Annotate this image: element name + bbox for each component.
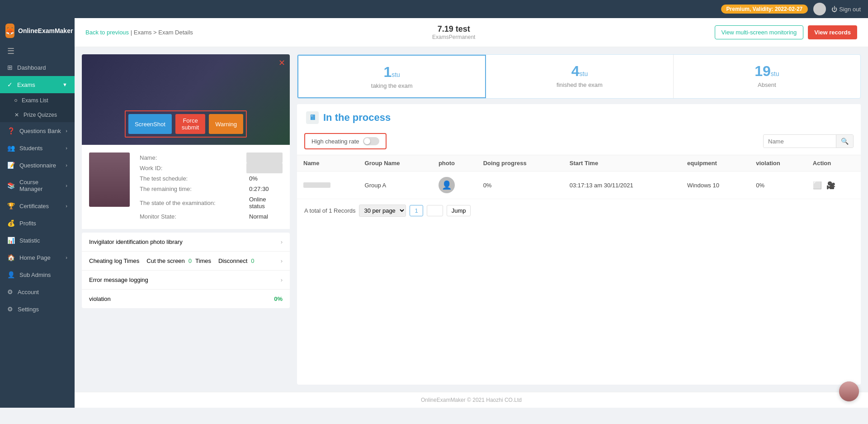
view-records-button[interactable]: View records [808,25,857,39]
page-jump-input[interactable] [427,205,443,216]
sidebar-item-settings[interactable]: ⚙ Settings [0,300,75,318]
sidebar-item-course-manager[interactable]: 📚 Course Manager › [0,174,75,197]
cell-starttime: 03:17:13 am 30/11/2021 [563,172,681,199]
back-to-previous-link[interactable]: Back to previous [85,29,129,36]
state-label: The state of the examination: [137,194,246,211]
multiscreen-button[interactable]: View multi-screen monitoring [715,25,804,39]
invigilator-chevron-icon: › [281,238,283,245]
cheating-log-label: Cheating log Times [89,257,139,264]
per-page-select[interactable]: 30 per page [359,205,406,217]
absent-number: 19 [755,63,771,79]
cheating-log-left: Cheating log Times Cut the screen 0 Time… [89,257,255,264]
violation-label: violation [89,295,111,302]
avatar[interactable] [813,3,826,15]
sidebar-item-statistic[interactable]: 📊 Statistic [0,232,75,249]
sidebar-item-exams-list[interactable]: Exams List [0,93,75,108]
search-box: 🔍 [763,134,854,148]
signout-icon: ⏻ [831,6,837,13]
disconnect-label: Disconnect [218,257,247,264]
stat-card-finished[interactable]: 4stu finished the exam [486,55,673,98]
page-1-button[interactable]: 1 [410,205,423,216]
questionnaire-icon: 📝 [7,162,15,169]
cheating-chevron-icon: › [281,257,283,264]
statistic-icon: 📊 [7,237,15,244]
stats-row: 1stu taking the exam 4stu finished the e… [297,54,861,99]
questions-icon: ❓ [7,127,15,134]
home-icon: 🏠 [7,254,15,261]
sidebar-item-students[interactable]: 👥 Students › [0,139,75,157]
col-group: Group Name [359,155,432,172]
footer-text: OnlineExamMaker © 2021 Haozhi CO.Ltd [421,397,522,403]
remaining-value: 0:27:30 [246,184,283,194]
action-screen-icon[interactable]: ⬜ [813,181,822,190]
chat-avatar[interactable] [839,381,859,401]
dashboard-icon: ⊞ [7,64,13,71]
toggle-switch[interactable] [363,137,379,145]
name-label: Name: [137,152,246,163]
screenshot-button[interactable]: ScreenShot [128,114,172,134]
cut-screen-label: Cut the screen [146,257,185,264]
invigilator-row[interactable]: Invigilator identification photo library… [82,233,290,252]
cut-times-value: 0 [189,257,192,264]
search-input[interactable] [764,135,836,148]
warning-button[interactable]: Warning [209,114,243,134]
name-value [246,152,283,163]
video-close-icon[interactable]: ✕ [278,58,285,68]
exams-arrow-icon: ▼ [62,82,67,87]
breadcrumb: Back to previous | Exams > Exam Details [85,29,193,36]
course-icon: 📚 [7,182,15,189]
monitor-label: Monitor State: [137,211,246,222]
signout-button[interactable]: ⏻ Sign out [831,6,861,13]
table-toolbar: High cheating rate 🔍 [297,128,861,155]
taking-stu: stu [392,71,400,78]
high-cheat-toggle[interactable]: High cheating rate [304,133,387,149]
sidebar: 🦊 OnlineExamMaker ☰ ⊞ Dashboard ✓ Exams … [0,18,75,408]
cert-icon: 🏆 [7,202,15,210]
absent-stu: stu [771,70,779,77]
high-cheat-label: High cheating rate [311,138,359,145]
toggle-knob [364,138,370,144]
stat-card-absent[interactable]: 19stu Absent [674,55,860,98]
logo-icon: 🦊 [5,24,14,38]
info-sections: Invigilator identification photo library… [82,233,290,308]
stat-card-taking[interactable]: 1stu taking the exam [297,55,486,98]
col-starttime: Start Time [563,155,681,172]
header-actions: View multi-screen monitoring View record… [715,25,857,39]
table-row: Group A 👤 0% 03:17:13 am 30/11/2021 Wind… [297,172,861,199]
sidebar-item-exams[interactable]: ✓ Exams ▼ [0,76,75,93]
force-submit-button[interactable]: Force submit [175,114,205,134]
search-button[interactable]: 🔍 [836,135,853,148]
sidebar-item-prize-quizzes[interactable]: ✕ Prize Quizzes [0,108,75,122]
cut-unit-label: Times [195,257,211,264]
sidebar-item-questionnaire[interactable]: 📝 Questionnaire › [0,157,75,174]
sidebar-item-sub-admins[interactable]: 👤 Sub Admins [0,266,75,283]
error-log-row[interactable]: Error message logging › [82,271,290,290]
video-container: ✕ ScreenShot Force submit Warning [82,54,290,145]
jump-button[interactable]: Jump [447,205,471,216]
cell-equipment: Windows 10 [681,172,750,199]
cheating-log-row[interactable]: Cheating log Times Cut the screen 0 Time… [82,252,290,271]
sidebar-item-home-page[interactable]: 🏠 Home Page › [0,249,75,266]
chat-avatar-inner [839,381,859,401]
exam-subtitle: ExamsPermanent [432,34,475,40]
student-photo-inner [89,152,130,207]
finished-stu: stu [580,70,588,77]
cell-violation: 0% [750,172,806,199]
sidebar-item-certificates[interactable]: 🏆 Certificates › [0,197,75,214]
sidebar-item-dashboard[interactable]: ⊞ Dashboard [0,59,75,76]
col-photo: photo [432,155,477,172]
in-process-section: 🖥 In the process High cheating rate [297,104,861,385]
footer: OnlineExamMaker © 2021 Haozhi CO.Ltd [75,392,868,408]
action-camera-icon[interactable]: 🎥 [826,181,835,190]
sidebar-item-profits[interactable]: 💰 Profits [0,214,75,232]
invigilator-label: Invigilator identification photo library [89,238,183,245]
schedule-value: 0% [246,173,283,184]
col-equipment: equipment [681,155,750,172]
col-action: Action [807,155,861,172]
student-info: Name: Work ID: The test schedule: 0% [82,145,290,229]
sidebar-item-account[interactable]: ⚙ Account [0,283,75,300]
disconnect-value: 0 [251,257,254,264]
sidebar-item-questions-bank[interactable]: ❓ Questions Bank › [0,122,75,139]
hamburger-icon[interactable]: ☰ [7,46,14,56]
subadmins-icon: 👤 [7,271,15,278]
